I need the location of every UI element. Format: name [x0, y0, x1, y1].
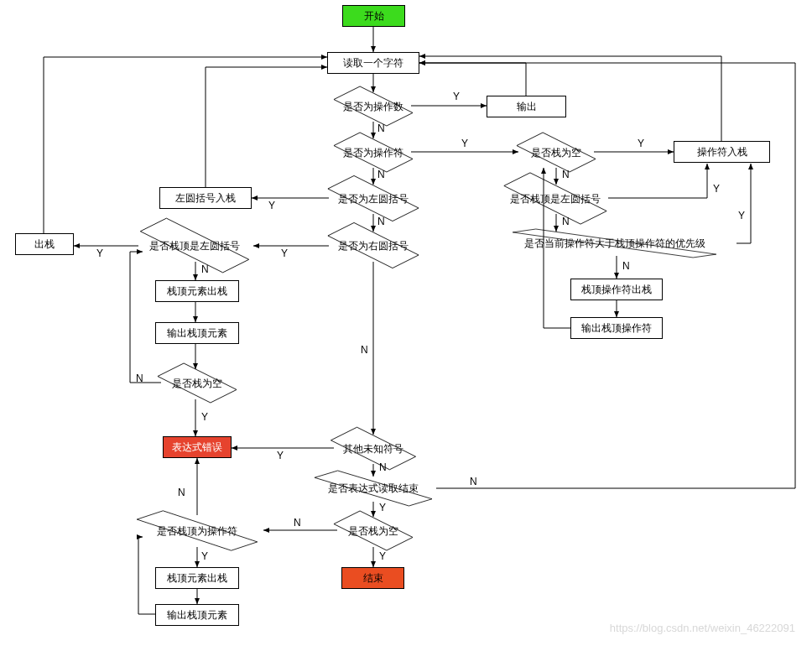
lbl-n-rpar: N: [361, 344, 368, 356]
out-elem2-label: 输出栈顶元素: [167, 608, 227, 623]
push-op-node: 操作符入栈: [674, 141, 770, 163]
top-is-op-label: 是否栈顶为操作符: [157, 524, 237, 538]
lbl-n-tio: N: [178, 487, 185, 498]
out-elem-node: 输出栈顶元素: [155, 322, 239, 344]
lbl-y-lpar: Y: [268, 200, 275, 211]
top-is-lpar2-label: 是否栈顶是左圆括号: [149, 238, 240, 253]
pop-discard-node: 出栈: [15, 233, 74, 255]
end-node: 结束: [341, 567, 404, 589]
lbl-n-rend: N: [470, 476, 477, 487]
stack-empty1-label: 是否栈为空: [531, 145, 581, 159]
stack-empty3-decision: 是否栈为空: [336, 512, 411, 550]
out-top-op-label: 输出栈顶操作符: [581, 321, 652, 336]
pop-discard-label: 出栈: [34, 237, 55, 252]
lbl-n-tilp: N: [562, 216, 570, 227]
lbl-n-se2: N: [136, 372, 143, 384]
stack-empty1-decision: 是否栈为空: [518, 133, 594, 171]
is-operand-label: 是否为操作数: [343, 99, 403, 113]
top-is-lpar2-decision: 是否栈顶是左圆括号: [136, 227, 253, 264]
push-lpar-node: 左圆括号入栈: [159, 187, 252, 209]
end-label: 结束: [363, 571, 383, 586]
start-label: 开始: [364, 9, 384, 23]
prec-gt-label: 是否当前操作符大于栈顶操作符的优先级: [524, 237, 705, 251]
out-top-op-node: 输出栈顶操作符: [570, 317, 663, 339]
lbl-n-unk: N: [379, 461, 387, 473]
unknown-decision: 其他未知符号: [331, 430, 415, 467]
lbl-n-lpar: N: [377, 216, 385, 227]
top-is-lpar-label: 是否栈顶是左圆括号: [510, 191, 601, 206]
is-rpar-decision: 是否为右圆括号: [327, 227, 419, 264]
is-operator-label: 是否为操作符: [343, 145, 403, 159]
lbl-y-rpar: Y: [281, 247, 288, 259]
stack-empty3-label: 是否栈为空: [348, 524, 398, 538]
lbl-y-tio: Y: [201, 550, 208, 562]
prec-gt-decision: 是否当前操作符大于栈顶操作符的优先级: [487, 227, 742, 260]
out-elem2-node: 输出栈顶元素: [155, 604, 239, 626]
lbl-y-prec: Y: [738, 210, 745, 221]
push-lpar-label: 左圆括号入栈: [175, 191, 236, 206]
expr-err-node: 表达式错误: [163, 436, 232, 458]
read-label: 读取一个字符: [343, 56, 403, 70]
lbl-n-se1: N: [562, 169, 570, 180]
read-end-label: 是否表达式读取结束: [328, 482, 419, 496]
read-node: 读取一个字符: [327, 52, 419, 74]
out-elem-label: 输出栈顶元素: [167, 326, 227, 341]
is-rpar-label: 是否为右圆括号: [338, 238, 409, 253]
lbl-y-operand: Y: [453, 91, 460, 102]
lbl-y-se2: Y: [201, 411, 208, 423]
lbl-y-rend: Y: [379, 502, 386, 513]
lbl-y-unk: Y: [277, 450, 284, 461]
lbl-y-operator: Y: [461, 138, 468, 149]
lbl-n-se3: N: [294, 517, 301, 529]
lbl-n-tilp2: N: [201, 263, 209, 275]
is-lpar-label: 是否为左圆括号: [338, 191, 409, 206]
top-is-lpar-decision: 是否栈顶是左圆括号: [501, 180, 610, 217]
pop-elem-label: 栈顶元素出栈: [167, 284, 227, 299]
pop-elem2-label: 栈顶元素出栈: [167, 571, 227, 586]
pop-elem-node: 栈顶元素出栈: [155, 280, 239, 302]
stack-empty2-label: 是否栈为空: [172, 376, 222, 390]
lbl-y-tilp: Y: [713, 183, 720, 195]
pop-top-op-label: 栈顶操作符出栈: [581, 283, 652, 297]
output-node: 输出: [487, 96, 566, 117]
is-operand-decision: 是否为操作数: [336, 87, 411, 125]
lbl-n-operand: N: [377, 122, 385, 134]
pop-elem2-node: 栈顶元素出栈: [155, 567, 239, 589]
expr-err-label: 表达式错误: [172, 440, 222, 455]
is-operator-decision: 是否为操作符: [336, 133, 411, 171]
stack-empty2-decision: 是否栈为空: [159, 364, 235, 402]
read-end-decision: 是否表达式读取结束: [306, 471, 440, 505]
watermark: https://blog.csdn.net/weixin_46222091: [610, 622, 795, 634]
lbl-n-operator: N: [377, 169, 385, 180]
pop-top-op-node: 栈顶操作符出栈: [570, 279, 663, 300]
unknown-label: 其他未知符号: [343, 441, 403, 456]
start-node: 开始: [342, 5, 405, 27]
lbl-n-prec: N: [622, 260, 630, 272]
lbl-y-se3: Y: [379, 550, 386, 562]
lbl-y-se1: Y: [638, 138, 644, 149]
output-label: 输出: [517, 100, 537, 114]
push-op-label: 操作符入栈: [697, 145, 747, 159]
top-is-op-decision: 是否栈顶为操作符: [130, 512, 264, 550]
lbl-y-tilp2: Y: [96, 247, 103, 259]
is-lpar-decision: 是否为左圆括号: [327, 180, 419, 217]
